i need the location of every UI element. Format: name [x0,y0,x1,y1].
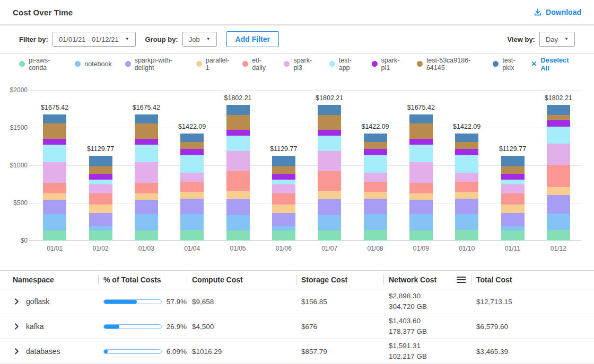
bar-segment-test-app[interactable] [135,145,158,162]
date-range-dropdown[interactable]: 01/01/21 - 01/12/21 ▼ [53,32,136,47]
bar-segment-notebook[interactable] [501,226,525,230]
bar-segment-test-app[interactable] [272,180,295,184]
legend-item-pi-aws-conda[interactable]: pi-aws-conda [19,57,62,72]
bar-segment-test-53ca9186-64145[interactable] [180,142,204,149]
bar-segment-pi-aws-conda[interactable] [364,230,387,241]
bar-segment-test-app[interactable] [547,127,570,144]
bar-segment-parallel-1[interactable] [226,191,250,199]
bar-segment-test-53ca9186-64145[interactable] [501,166,525,173]
bar-segment-spark-pi1[interactable] [318,130,341,136]
bar-segment-spark-pi1[interactable] [409,139,433,144]
bar-segment-spark-pi1[interactable] [89,174,112,180]
bar-segment-test-pkix[interactable] [89,156,112,167]
bar-segment-test-app[interactable] [501,180,525,184]
bar-segment-sparkpi-with-delight[interactable] [226,199,250,216]
bar-segment-test-53ca9186-64145[interactable] [547,115,570,120]
bar-segment-pi-aws-conda[interactable] [135,230,158,241]
bar-segment-etl-daily[interactable] [43,183,66,193]
bar-segment-test-app[interactable] [318,136,341,152]
legend-item-etl-daily[interactable]: etl-daily [242,57,270,72]
legend-item-sparkpi-with-delight[interactable]: sparkpi-with-delight [125,57,183,72]
bar-segment-etl-daily[interactable] [455,182,478,192]
bar-segment-spark-pi1[interactable] [501,174,525,180]
bar-segment-etl-daily[interactable] [547,165,570,187]
expand-row-icon[interactable] [14,298,20,305]
legend-item-parallel-1[interactable]: parallel-1 [196,57,229,72]
column-menu-icon[interactable] [456,276,466,283]
legend-item-test-53ca9186-64145[interactable]: test-53ca9186-64145 [417,57,479,72]
bar-segment-spark-pi3[interactable] [364,173,387,182]
bar-segment-test-53ca9186-64145[interactable] [135,123,158,139]
bar-segment-sparkpi-with-delight[interactable] [89,213,112,226]
bar-segment-test-53ca9186-64145[interactable] [455,142,478,149]
bar-segment-test-53ca9186-64145[interactable] [272,166,295,173]
bar-segment-test-app[interactable] [409,145,433,162]
bar-segment-parallel-1[interactable] [455,192,478,199]
legend-item-spark-pi3[interactable]: spark-pi3 [284,57,316,72]
bar-segment-test-53ca9186-64145[interactable] [89,166,112,173]
bar-segment-test-pkix[interactable] [409,114,433,123]
bar-segment-test-53ca9186-64145[interactable] [409,123,433,139]
bar-segment-spark-pi3[interactable] [501,184,525,193]
bar-segment-pi-aws-conda[interactable] [180,230,204,241]
bar-segment-spark-pi3[interactable] [318,151,341,171]
bar-segment-test-app[interactable] [455,155,478,173]
bar-segment-spark-pi3[interactable] [455,173,478,182]
bar-segment-etl-daily[interactable] [364,182,387,192]
bar-segment-test-pkix[interactable] [547,105,570,115]
bar-segment-test-app[interactable] [180,155,204,173]
bar-segment-test-53ca9186-64145[interactable] [318,115,341,130]
bar-segment-spark-pi1[interactable] [455,149,478,155]
view-by-dropdown[interactable]: Day ▼ [539,32,575,47]
bar-segment-test-app[interactable] [364,155,387,173]
bar-segment-parallel-1[interactable] [272,205,295,213]
expand-row-icon[interactable] [14,348,20,354]
bar-segment-test-app[interactable] [89,180,112,184]
bar-segment-pi-aws-conda[interactable] [43,230,66,241]
legend-item-notebook[interactable]: notebook [75,60,111,68]
bar-segment-spark-pi3[interactable] [89,184,112,193]
bar-segment-parallel-1[interactable] [135,193,158,200]
bar-segment-pi-aws-conda[interactable] [501,230,525,241]
bar-segment-pi-aws-conda[interactable] [226,230,250,241]
bar-segment-etl-daily[interactable] [501,193,525,205]
bar-segment-etl-daily[interactable] [89,193,112,205]
bar-segment-test-pkix[interactable] [135,114,158,123]
bar-segment-notebook[interactable] [135,214,158,230]
bar-segment-test-pkix[interactable] [272,156,295,167]
bar-segment-test-pkix[interactable] [43,114,66,123]
bar-segment-parallel-1[interactable] [43,193,66,200]
bar-segment-spark-pi3[interactable] [180,173,204,182]
bar-segment-sparkpi-with-delight[interactable] [135,200,158,215]
bar-segment-test-app[interactable] [226,136,250,152]
bar-segment-test-53ca9186-64145[interactable] [226,115,250,130]
bar-segment-test-app[interactable] [43,145,66,162]
bar-segment-parallel-1[interactable] [409,193,433,200]
bar-segment-parallel-1[interactable] [547,187,570,194]
bar-segment-etl-daily[interactable] [226,171,250,191]
download-button[interactable]: Download [534,8,581,16]
bar-segment-etl-daily[interactable] [180,182,204,192]
bar-segment-sparkpi-with-delight[interactable] [409,200,433,215]
bar-segment-spark-pi1[interactable] [43,139,66,144]
bar-segment-spark-pi1[interactable] [272,174,295,180]
bar-segment-test-53ca9186-64145[interactable] [43,123,66,139]
bar-segment-pi-aws-conda[interactable] [318,230,341,241]
bar-segment-test-53ca9186-64145[interactable] [364,142,387,149]
bar-segment-notebook[interactable] [89,226,112,230]
bar-segment-spark-pi3[interactable] [226,151,250,171]
bar-segment-parallel-1[interactable] [318,191,341,199]
bar-segment-pi-aws-conda[interactable] [89,230,112,241]
bar-segment-sparkpi-with-delight[interactable] [272,213,295,226]
bar-segment-etl-daily[interactable] [409,183,433,193]
bar-segment-spark-pi3[interactable] [135,162,158,183]
expand-row-icon[interactable] [14,323,20,330]
bar-segment-sparkpi-with-delight[interactable] [43,200,66,215]
bar-segment-test-pkix[interactable] [455,134,478,142]
bar-segment-sparkpi-with-delight[interactable] [501,213,525,226]
bar-segment-spark-pi3[interactable] [272,184,295,193]
legend-item-spark-pi1[interactable]: spark-pi1 [372,57,404,72]
bar-segment-sparkpi-with-delight[interactable] [547,195,570,214]
legend-item-test-app[interactable]: test-app [329,57,359,72]
bar-segment-test-pkix[interactable] [364,134,387,142]
